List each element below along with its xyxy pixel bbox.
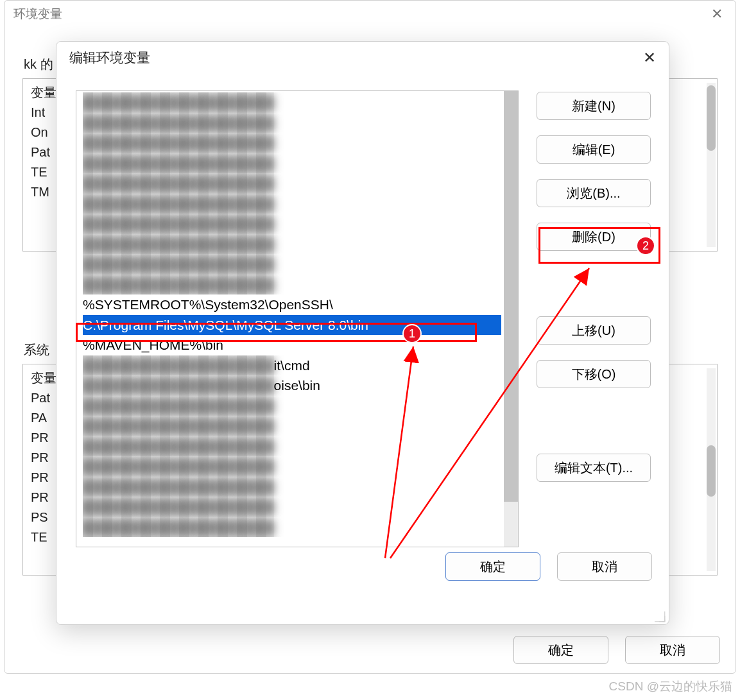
list-item[interactable]: C:\Program Files\MySQL\MySQL Server 8.0\… (83, 315, 501, 336)
list-item[interactable]: ████████████████████ (83, 153, 501, 174)
list-item[interactable]: ████████████████████ (83, 234, 501, 255)
browse-button[interactable]: 浏览(B)... (537, 179, 651, 207)
move-up-button[interactable]: 上移(U) (537, 316, 651, 345)
child-titlebar: 编辑环境变量 ✕ (56, 42, 669, 73)
ok-button[interactable]: 确定 (513, 636, 608, 664)
list-item[interactable]: ████████████████████ (83, 194, 501, 214)
list-item[interactable]: ████████████████████ (83, 113, 501, 133)
child-title: 编辑环境变量 (69, 49, 150, 67)
watermark: CSDN @云边的快乐猫 (609, 678, 732, 695)
list-item[interactable]: %SYSTEMROOT%\System32\OpenSSH\ (83, 295, 501, 315)
annotation-badge-1: 1 (402, 324, 422, 343)
list-item[interactable]: ████████████████████it\cmd (83, 355, 501, 376)
list-item[interactable]: %MAVEN_HOME%\bin (83, 335, 501, 355)
annotation-badge-2: 2 (636, 236, 655, 255)
list-item[interactable]: ████████████████████ (83, 92, 501, 113)
new-button[interactable]: 新建(N) (537, 92, 651, 120)
list-item[interactable]: ████████████████████ (83, 275, 501, 295)
cancel-button[interactable]: 取消 (557, 552, 652, 581)
list-item[interactable]: ████████████████████ (83, 436, 501, 457)
delete-button[interactable]: 删除(D) (537, 223, 651, 251)
list-item[interactable]: ████████████████████ (83, 133, 501, 153)
parent-title: 环境变量 (13, 6, 62, 22)
list-item[interactable]: ████████████████████ (83, 517, 501, 538)
scrollbar[interactable] (504, 91, 518, 547)
scrollbar-thumb[interactable] (504, 91, 518, 502)
list-item[interactable]: ████████████████████oise\bin (83, 375, 501, 396)
path-list[interactable]: ████████████████████████████████████████… (76, 90, 519, 547)
edit-button[interactable]: 编辑(E) (537, 135, 651, 164)
list-item[interactable]: ████████████████████ (83, 456, 501, 477)
parent-footer: 确定 取消 (513, 636, 720, 664)
list-item[interactable]: ████████████████████ (83, 254, 501, 275)
close-icon[interactable]: ✕ (706, 6, 728, 22)
cancel-button[interactable]: 取消 (625, 636, 720, 664)
move-down-button[interactable]: 下移(O) (537, 360, 651, 388)
list-item[interactable]: ████████████████████ (83, 416, 501, 436)
side-buttons: 新建(N) 编辑(E) 浏览(B)... 删除(D) 上移(U) 下移(O) 编… (537, 90, 651, 583)
close-icon[interactable]: ✕ (639, 49, 660, 67)
list-item[interactable]: ████████████████████ (83, 173, 501, 194)
edit-text-button[interactable]: 编辑文本(T)... (537, 454, 651, 482)
ok-button[interactable]: 确定 (445, 552, 540, 581)
list-item[interactable]: ████████████████████ (83, 477, 501, 497)
parent-titlebar: 环境变量 ✕ (4, 1, 736, 26)
list-item[interactable]: ████████████████████ (83, 497, 501, 517)
list-item[interactable]: ████████████████████ (83, 396, 501, 416)
list-item[interactable]: ████████████████████ (83, 214, 501, 234)
edit-env-var-dialog: 编辑环境变量 ✕ ███████████████████████████████… (56, 41, 669, 625)
child-footer: 确定 取消 (445, 552, 652, 581)
resize-grip-icon[interactable] (655, 611, 666, 623)
